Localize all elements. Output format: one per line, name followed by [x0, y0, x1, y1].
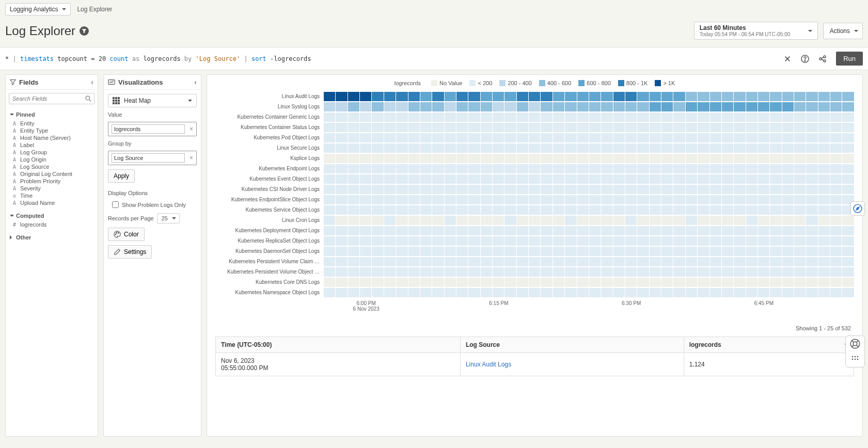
heatmap-cell[interactable] [565, 257, 576, 266]
heatmap-cell[interactable] [782, 143, 794, 153]
heatmap-cell[interactable] [661, 174, 673, 184]
heatmap-cell[interactable] [830, 226, 842, 235]
heatmap-cell[interactable] [650, 154, 661, 163]
heatmap-cell[interactable] [324, 123, 335, 132]
heatmap-cell[interactable] [734, 195, 745, 204]
heatmap-cell[interactable] [384, 267, 396, 277]
heatmap-cell[interactable] [517, 288, 528, 297]
heatmap-cell[interactable] [324, 257, 335, 266]
heatmap-cell[interactable] [830, 247, 842, 256]
heatmap-cell[interactable] [384, 278, 396, 287]
heatmap-cell[interactable] [336, 164, 347, 173]
heatmap-cell[interactable] [504, 154, 516, 163]
heatmap-cell[interactable] [432, 257, 444, 266]
heatmap-cell[interactable] [818, 205, 830, 215]
heatmap-cell[interactable] [806, 113, 817, 122]
heatmap-cell[interactable] [348, 164, 359, 173]
heatmap-cell[interactable] [577, 278, 589, 287]
heatmap-cell[interactable] [336, 102, 347, 111]
heatmap-cell[interactable] [661, 113, 673, 122]
heatmap-cell[interactable] [553, 123, 564, 132]
heatmap-cell[interactable] [541, 278, 552, 287]
heatmap-cell[interactable] [420, 92, 432, 101]
heatmap-cell[interactable] [517, 205, 528, 215]
heatmap-cell[interactable] [782, 174, 794, 184]
heatmap-cell[interactable] [432, 236, 444, 246]
heatmap-cell[interactable] [456, 113, 468, 122]
heatmap-cell[interactable] [493, 154, 504, 163]
heatmap-cell[interactable] [420, 226, 432, 235]
heatmap-cell[interactable] [481, 102, 492, 111]
heatmap-cell[interactable] [818, 164, 830, 173]
heatmap-cell[interactable] [734, 257, 745, 266]
heatmap-cell[interactable] [541, 247, 552, 256]
heatmap-cell[interactable] [553, 102, 564, 111]
heatmap-cell[interactable] [468, 102, 480, 111]
heatmap-cell[interactable] [625, 185, 637, 194]
heatmap-cell[interactable] [517, 133, 528, 142]
heatmap-cell[interactable] [613, 102, 625, 111]
heatmap-cell[interactable] [577, 164, 589, 173]
heatmap-cell[interactable] [698, 102, 709, 111]
heatmap-cell[interactable] [468, 216, 480, 225]
heatmap-cell[interactable] [493, 205, 504, 215]
legend-item[interactable]: > 1K [655, 80, 675, 86]
heatmap-cell[interactable] [637, 247, 649, 256]
heatmap-cell[interactable] [456, 185, 468, 194]
heatmap-cell[interactable] [432, 92, 444, 101]
heatmap-cell[interactable] [384, 226, 396, 235]
heatmap-cell[interactable] [456, 288, 468, 297]
heatmap-cell[interactable] [408, 226, 420, 235]
heatmap-cell[interactable] [396, 102, 407, 111]
heatmap-cell[interactable] [722, 278, 733, 287]
heatmap-cell[interactable] [673, 257, 685, 266]
field-item[interactable]: AEntity [10, 120, 93, 127]
search-icon[interactable] [85, 95, 91, 102]
heatmap-cell[interactable] [661, 216, 673, 225]
heatmap-cell[interactable] [650, 247, 661, 256]
heatmap-cell[interactable] [770, 257, 781, 266]
heatmap-cell[interactable] [348, 185, 359, 194]
heatmap-cell[interactable] [529, 195, 540, 204]
heatmap-cell[interactable] [734, 247, 745, 256]
heatmap-cell[interactable] [601, 205, 612, 215]
heatmap-cell[interactable] [830, 216, 842, 225]
heatmap-cell[interactable] [324, 133, 335, 142]
heatmap-cell[interactable] [408, 278, 420, 287]
heatmap-cell[interactable] [746, 257, 757, 266]
heatmap-cell[interactable] [830, 143, 842, 153]
heatmap-cell[interactable] [408, 205, 420, 215]
heatmap-cell[interactable] [818, 174, 830, 184]
heatmap-cell[interactable] [734, 92, 745, 101]
heatmap-cell[interactable] [384, 113, 396, 122]
heatmap-cell[interactable] [601, 226, 612, 235]
table-row[interactable]: Nov 6, 2023 05:55:00.000 PMLinux Audit L… [216, 353, 854, 376]
heatmap-cell[interactable] [710, 185, 721, 194]
heatmap-cell[interactable] [613, 154, 625, 163]
heatmap-cell[interactable] [782, 257, 794, 266]
heatmap-cell[interactable] [384, 236, 396, 246]
heatmap-cell[interactable] [758, 92, 769, 101]
table-header[interactable]: Log Source [460, 337, 684, 353]
heatmap-cell[interactable] [396, 195, 407, 204]
heatmap-cell[interactable] [830, 267, 842, 277]
heatmap-cell[interactable] [408, 257, 420, 266]
heatmap-cell[interactable] [625, 226, 637, 235]
heatmap-cell[interactable] [529, 216, 540, 225]
heatmap-cell[interactable] [601, 267, 612, 277]
heatmap-cell[interactable] [396, 92, 407, 101]
heatmap-cell[interactable] [336, 174, 347, 184]
heatmap-cell[interactable] [420, 247, 432, 256]
heatmap-cell[interactable] [517, 143, 528, 153]
heatmap-cell[interactable] [541, 216, 552, 225]
heatmap-cell[interactable] [842, 267, 854, 277]
heatmap-cell[interactable] [637, 267, 649, 277]
heatmap-cell[interactable] [348, 278, 359, 287]
heatmap-cell[interactable] [650, 185, 661, 194]
heatmap-cell[interactable] [746, 216, 757, 225]
heatmap-cell[interactable] [372, 247, 383, 256]
heatmap-cell[interactable] [758, 247, 769, 256]
heatmap-cell[interactable] [324, 113, 335, 122]
heatmap-cell[interactable] [348, 102, 359, 111]
heatmap-cell[interactable] [710, 226, 721, 235]
